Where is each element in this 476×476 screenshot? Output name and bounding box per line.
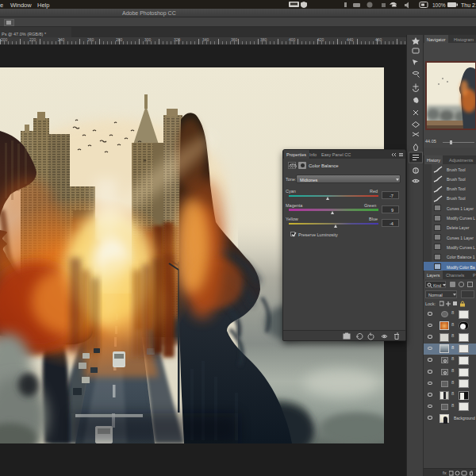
svg-text:Thu 21,: Thu 21, <box>461 2 476 8</box>
svg-text:100%: 100% <box>432 2 446 8</box>
